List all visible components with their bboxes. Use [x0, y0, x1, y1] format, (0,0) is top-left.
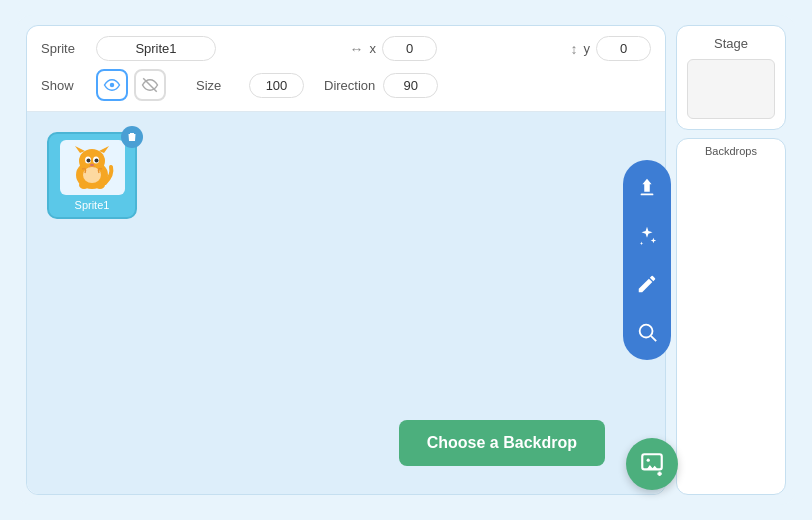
paint-icon — [636, 273, 658, 295]
add-backdrop-icon — [639, 451, 665, 477]
stage-preview — [687, 59, 775, 119]
magic-button[interactable] — [629, 218, 665, 254]
y-label: y — [584, 41, 591, 56]
eye-slash-icon — [141, 76, 159, 94]
direction-label: Direction — [324, 78, 375, 93]
show-hidden-button[interactable] — [134, 69, 166, 101]
sprite-card[interactable]: Sprite1 — [47, 132, 137, 219]
svg-point-8 — [87, 159, 91, 163]
svg-point-9 — [95, 159, 99, 163]
controls-bar: Sprite Sprite1 ↔ x 0 ↕ y 0 Show — [27, 26, 665, 112]
floating-sidebar — [623, 160, 671, 360]
x-axis-icon: ↔ — [350, 41, 364, 57]
stage-container: Stage — [676, 25, 786, 130]
direction-group: Direction 90 — [324, 73, 438, 98]
upload-icon — [636, 177, 658, 199]
size-label: Size — [196, 78, 241, 93]
svg-point-18 — [647, 459, 650, 462]
svg-point-11 — [79, 181, 89, 189]
svg-line-16 — [651, 336, 656, 341]
y-axis-icon: ↕ — [571, 41, 578, 57]
show-label: Show — [41, 78, 86, 93]
sprite-name-field[interactable]: Sprite1 — [96, 36, 216, 61]
show-group — [96, 69, 166, 101]
svg-point-10 — [90, 164, 94, 166]
sparkle-icon — [636, 225, 658, 247]
x-label: x — [370, 41, 377, 56]
trash-icon — [126, 131, 138, 143]
scratch-cat-image — [67, 145, 117, 190]
svg-point-12 — [95, 181, 105, 189]
controls-row-1: Sprite Sprite1 ↔ x 0 ↕ y 0 — [41, 36, 651, 61]
paint-button[interactable] — [629, 266, 665, 302]
size-value-field[interactable]: 100 — [249, 73, 304, 98]
choose-backdrop-button[interactable]: Choose a Backdrop — [399, 420, 605, 466]
backdrop-panel: Backdrops — [676, 138, 786, 495]
sprite-area: Sprite1 Choose a Backdrop — [27, 112, 665, 494]
size-group: Size 100 — [196, 73, 304, 98]
backdrops-label: Backdrops — [705, 145, 757, 157]
upload-button[interactable] — [629, 170, 665, 206]
sprite-delete-button[interactable] — [121, 126, 143, 148]
show-visible-button[interactable] — [96, 69, 128, 101]
x-axis-group: ↔ x 0 — [350, 36, 438, 61]
svg-point-15 — [640, 325, 653, 338]
search-icon — [636, 321, 658, 343]
x-value-field[interactable]: 0 — [382, 36, 437, 61]
svg-point-0 — [110, 83, 115, 88]
y-axis-group: ↕ y 0 — [571, 36, 652, 61]
eye-icon — [103, 76, 121, 94]
svg-rect-14 — [641, 194, 654, 196]
y-value-field[interactable]: 0 — [596, 36, 651, 61]
sprite-card-label: Sprite1 — [75, 199, 110, 211]
search-button[interactable] — [629, 314, 665, 350]
stage-title: Stage — [714, 36, 748, 51]
sprite-label: Sprite — [41, 41, 86, 56]
main-container: Sprite Sprite1 ↔ x 0 ↕ y 0 Show — [16, 15, 796, 505]
direction-value-field[interactable]: 90 — [383, 73, 438, 98]
left-panel: Sprite Sprite1 ↔ x 0 ↕ y 0 Show — [26, 25, 666, 495]
add-backdrop-button[interactable] — [626, 438, 678, 490]
svg-rect-17 — [642, 454, 662, 469]
right-panel: Stage Backdrops — [676, 25, 786, 495]
sprite-thumbnail — [60, 140, 125, 195]
controls-row-2: Show — [41, 69, 651, 101]
